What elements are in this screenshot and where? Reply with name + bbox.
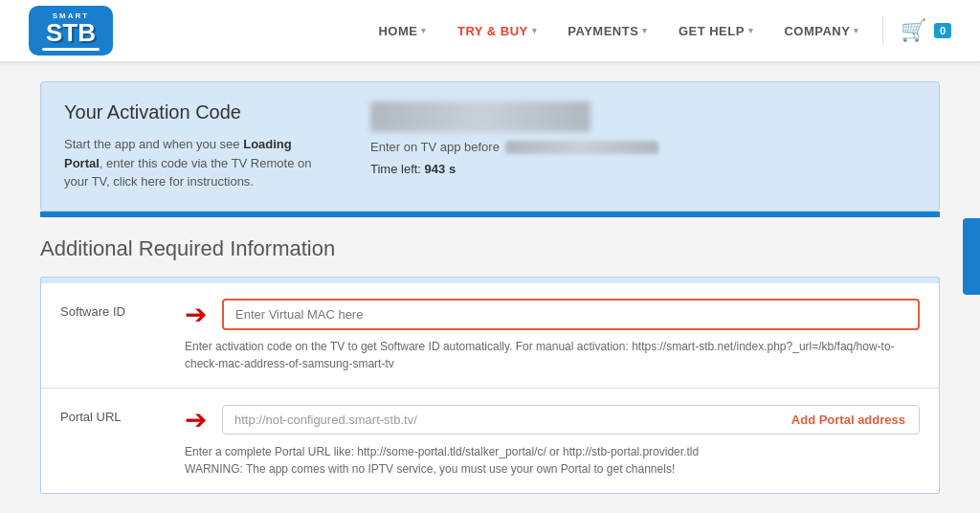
software-id-row: Software ID ➔ Enter activation code on t… <box>41 283 939 389</box>
portal-url-input[interactable] <box>223 406 778 434</box>
logo-stb-text: STB <box>46 20 96 45</box>
nav-get-help[interactable]: GET HELP ▾ <box>663 0 769 62</box>
cart-count: 0 <box>934 23 951 38</box>
add-portal-link[interactable]: Add Portal address <box>778 406 919 434</box>
main-content: Your Activation Code Start the app and w… <box>21 81 959 513</box>
software-id-hint: Enter activation code on the TV to get S… <box>185 338 920 372</box>
chevron-down-icon: ▾ <box>642 26 648 35</box>
activation-desc: Start the app and when you see Loading P… <box>64 135 332 191</box>
activation-desc-part2: , enter this code via the TV Remote on y… <box>64 156 311 190</box>
portal-input-wrap: Add Portal address <box>222 405 920 435</box>
logo[interactable]: SMART STB <box>29 6 113 56</box>
nav-payments[interactable]: PAYMENTS ▾ <box>552 0 663 62</box>
activation-section: Your Activation Code Start the app and w… <box>40 81 940 212</box>
software-id-input[interactable] <box>222 299 920 330</box>
time-left-value: 943 s <box>425 162 457 176</box>
software-id-content: ➔ Enter activation code on the TV to get… <box>185 299 920 372</box>
activation-code-display: Enter on TV app before Time left: 943 s <box>370 101 916 176</box>
portal-url-hint2: WARNING: The app comes with no IPTV serv… <box>185 462 675 476</box>
section-title: Additional Required Information <box>40 236 940 261</box>
chevron-down-icon: ▾ <box>748 26 754 35</box>
portal-url-input-wrap: ➔ Add Portal address <box>185 404 920 435</box>
portal-url-hint1: Enter a complete Portal URL like: http:/… <box>185 445 699 458</box>
software-id-label: Software ID <box>60 299 185 319</box>
right-sidebar-bar <box>963 218 980 295</box>
portal-url-row: Portal URL ➔ Add Portal address Enter a … <box>41 389 939 493</box>
blue-divider <box>40 212 940 217</box>
nav-company[interactable]: COMPANY ▾ <box>768 0 874 62</box>
arrow-right-icon: ➔ <box>185 404 207 435</box>
nav-home[interactable]: HOME ▾ <box>363 0 442 62</box>
chevron-down-icon: ▾ <box>532 26 538 35</box>
main-header: SMART STB HOME ▾ TRY & BUY ▾ PAYMENTS ▾ … <box>0 0 980 62</box>
info-table: Software ID ➔ Enter activation code on t… <box>40 277 940 494</box>
logo-wrap[interactable]: SMART STB <box>29 6 113 56</box>
software-id-input-wrap: ➔ <box>185 299 920 330</box>
logo-line <box>42 48 100 51</box>
main-nav: HOME ▾ TRY & BUY ▾ PAYMENTS ▾ GET HELP ▾… <box>363 0 951 62</box>
chevron-down-icon: ▾ <box>421 26 427 35</box>
activation-left: Your Activation Code Start the app and w… <box>64 101 332 191</box>
activation-desc-part1: Start the app and when you see <box>64 137 243 151</box>
cart-area[interactable]: 🛒 0 <box>901 18 951 43</box>
date-blurred <box>505 141 658 154</box>
cart-icon[interactable]: 🛒 <box>901 18 926 43</box>
nav-try-buy[interactable]: TRY & BUY ▾ <box>442 0 552 62</box>
arrow-right-icon: ➔ <box>185 299 207 330</box>
portal-url-content: ➔ Add Portal address Enter a complete Po… <box>185 404 920 478</box>
activation-title: Your Activation Code <box>64 101 332 123</box>
chevron-down-icon: ▾ <box>854 26 859 35</box>
nav-divider <box>882 16 883 45</box>
enter-before-text: Enter on TV app before <box>370 140 916 154</box>
portal-url-label: Portal URL <box>60 404 185 424</box>
time-left: Time left: 943 s <box>370 162 916 176</box>
activation-code-blurred <box>370 101 590 132</box>
portal-url-hint: Enter a complete Portal URL like: http:/… <box>185 443 920 478</box>
activation-right: Enter on TV app before Time left: 943 s <box>370 101 916 176</box>
